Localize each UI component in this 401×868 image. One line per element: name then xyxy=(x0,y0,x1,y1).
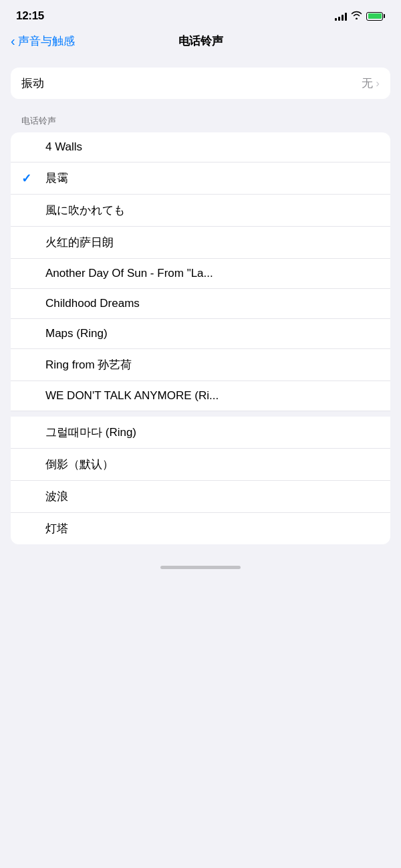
checkmark-icon: ✓ xyxy=(21,389,35,403)
checkmark-icon: ✓ xyxy=(21,235,35,250)
checkmark-icon: ✓ xyxy=(21,358,35,372)
ringtone-item[interactable]: ✓灯塔 xyxy=(11,513,390,544)
ringtone-item[interactable]: ✓晨霭 xyxy=(11,162,390,195)
ringtone-item[interactable]: ✓Another Day Of Sun - From "La... xyxy=(11,259,390,289)
ringtone-name: 4 Walls xyxy=(45,132,380,162)
ringtone-item[interactable]: ✓風に吹かれても xyxy=(11,195,390,227)
ringtone-item[interactable]: ✓Ring from 孙艺荷 xyxy=(11,349,390,381)
status-icons xyxy=(335,11,385,21)
checkmark-icon: ✓ xyxy=(21,522,35,536)
ringtone-name: Maps (Ring) xyxy=(45,319,380,348)
nav-back-button[interactable]: ‹ 声音与触感 xyxy=(11,33,75,49)
vibration-row[interactable]: 振动 无 › xyxy=(11,68,390,99)
ringtone-item[interactable]: ✓4 Walls xyxy=(11,132,390,162)
ringtone-name: Childhood Dreams xyxy=(45,289,380,318)
vibration-value-text: 无 xyxy=(362,76,373,91)
ringtone-item[interactable]: ✓火红的萨日朗 xyxy=(11,227,390,259)
vibration-label: 振动 xyxy=(21,76,44,91)
nav-back-label: 声音与触感 xyxy=(18,33,75,49)
ringtone-name: 倒影（默认） xyxy=(45,449,380,480)
ringtone-item[interactable]: ✓WE DON'T TALK ANYMORE (Ri... xyxy=(11,381,390,411)
checkmark-icon: ✓ xyxy=(21,425,35,440)
ringtone-item[interactable]: ✓Childhood Dreams xyxy=(11,289,390,319)
battery-icon xyxy=(366,12,385,21)
checkmark-icon: ✓ xyxy=(21,457,35,472)
ringtone-name: WE DON'T TALK ANYMORE (Ri... xyxy=(45,381,380,411)
checkmark-icon: ✓ xyxy=(21,171,35,186)
home-bar xyxy=(160,566,241,569)
wifi-icon xyxy=(351,11,362,21)
ringtone-item[interactable]: ✓倒影（默认） xyxy=(11,449,390,481)
checkmark-icon: ✓ xyxy=(21,326,35,341)
status-time: 12:15 xyxy=(16,9,44,23)
checkmark-icon: ✓ xyxy=(21,490,35,504)
ringtone-name: 灯塔 xyxy=(45,513,380,544)
ringtone-name: 晨霭 xyxy=(45,162,380,194)
ringtone-name: 火红的萨日朗 xyxy=(45,227,380,258)
ringtone-name: Another Day Of Sun - From "La... xyxy=(45,259,380,288)
page-title: 电话铃声 xyxy=(178,33,223,49)
ringtone-name: 風に吹かれても xyxy=(45,195,380,226)
checkmark-icon: ✓ xyxy=(21,296,35,311)
ringtone-name: 그럴때마다 (Ring) xyxy=(45,417,380,448)
ringtone-item[interactable]: ✓波浪 xyxy=(11,481,390,513)
signal-icon xyxy=(335,11,347,21)
checkmark-icon: ✓ xyxy=(21,140,35,154)
ringtone-name: 波浪 xyxy=(45,481,380,512)
vibration-value: 无 › xyxy=(362,76,380,91)
checkmark-icon: ✓ xyxy=(21,266,35,281)
chevron-right-icon: › xyxy=(376,77,380,90)
status-bar: 12:15 xyxy=(0,0,401,28)
checkmark-icon: ✓ xyxy=(21,203,35,218)
section-header: 电话铃声 xyxy=(0,112,401,132)
chevron-left-icon: ‹ xyxy=(11,33,15,49)
nav-bar: ‹ 声音与触感 电话铃声 xyxy=(0,28,401,57)
content: 振动 无 › 电话铃声 ✓4 Walls✓晨霭✓風に吹かれても✓火红的萨日朗✓A… xyxy=(0,57,401,555)
ringtone-list: ✓4 Walls✓晨霭✓風に吹かれても✓火红的萨日朗✓Another Day O… xyxy=(11,132,390,544)
ringtone-name: Ring from 孙艺荷 xyxy=(45,349,380,381)
vibration-section: 振动 无 › xyxy=(11,68,390,99)
ringtone-item[interactable]: ✓Maps (Ring) xyxy=(11,319,390,349)
home-indicator xyxy=(0,555,401,574)
ringtone-item[interactable]: ✓그럴때마다 (Ring) xyxy=(11,411,390,449)
